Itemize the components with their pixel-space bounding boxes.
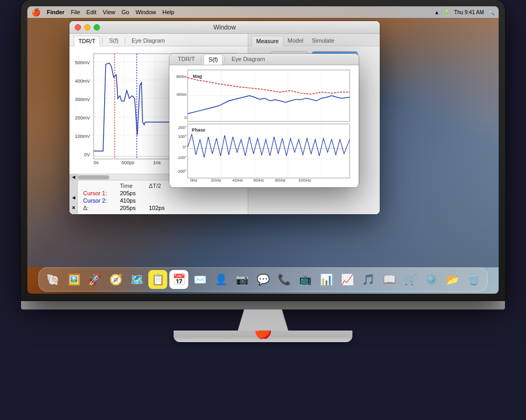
svg-text:2GHz: 2GHz: [211, 178, 221, 183]
svg-text:200°: 200°: [178, 125, 187, 130]
dock-item-tv[interactable]: 📺: [296, 270, 315, 289]
cursor2-label: Cursor 2:: [83, 197, 120, 204]
menu-finder[interactable]: Finder: [47, 9, 65, 15]
svg-text:500ps: 500ps: [122, 160, 135, 165]
sf-separator-2: [225, 56, 225, 62]
dock-item-photos[interactable]: 🖼️: [64, 270, 83, 289]
dock-item-notes[interactable]: 📋: [148, 270, 167, 289]
scroll-left[interactable]: ◀: [69, 174, 78, 180]
dock-item-books[interactable]: 📖: [380, 270, 399, 289]
sf-tab-bar: TDR/T S(f) Eye Diagram: [174, 54, 269, 64]
search-icon[interactable]: 🔍: [488, 9, 494, 15]
tab-separator: [102, 38, 103, 44]
tab-separator-2: [125, 38, 125, 44]
imac-neck: [231, 309, 295, 331]
dock: 🐚 🖼️ 🚀 🧭 🗺️ 📋 📅 ✉️ 👤 📷 💬 📞 📺 📊: [38, 267, 488, 292]
menu-view[interactable]: View: [103, 9, 115, 15]
maximize-button[interactable]: [94, 24, 100, 31]
delta-half: 102ps: [149, 205, 178, 211]
menu-bar-right: ▲ 🔋 Thu 9:41 AM 🔍: [434, 9, 494, 15]
x-icon: ✕: [72, 205, 76, 211]
window-titlebar: Window: [69, 21, 380, 34]
tab-tdr[interactable]: TDR/T: [74, 36, 100, 46]
close-button[interactable]: [75, 24, 81, 31]
svg-text:Phase: Phase: [192, 127, 206, 133]
imac-bottom-bar: [21, 300, 505, 309]
dock-item-contacts[interactable]: 👤: [211, 270, 230, 289]
tab-eye[interactable]: Eye Diagram: [127, 36, 169, 46]
dock-item-messages[interactable]: 💬: [254, 270, 272, 289]
cursor2-row: Cursor 2: 410ps: [83, 197, 244, 204]
svg-text:0: 0: [184, 115, 187, 120]
apple-menu-icon[interactable]: 🍎: [32, 8, 41, 16]
menu-window[interactable]: Window: [136, 9, 156, 15]
dock-item-mail[interactable]: ✉️: [190, 270, 209, 289]
screen-inner: 🍎 Finder File Edit View Go Window Help ▲…: [27, 6, 499, 294]
tab-model[interactable]: Model: [284, 36, 308, 46]
delta-label: Δ:: [83, 205, 120, 211]
time-header: Time: [120, 183, 149, 189]
tab-simulate[interactable]: Simulate: [308, 36, 339, 46]
sf-tab-tdr[interactable]: TDR/T: [174, 54, 199, 64]
sf-window-titlebar: TDR/T S(f) Eye Diagram: [169, 54, 359, 65]
macos-desktop: 🍎 Finder File Edit View Go Window Help ▲…: [27, 6, 499, 294]
svg-text:Mag: Mag: [193, 74, 203, 79]
dock-item-photos2[interactable]: 📷: [232, 270, 251, 289]
menu-help[interactable]: Help: [163, 9, 175, 15]
svg-text:-100°: -100°: [177, 155, 187, 160]
svg-text:200mV: 200mV: [75, 115, 90, 121]
dock-item-finder[interactable]: 🐚: [43, 270, 62, 289]
battery-icon: 🔋: [443, 9, 450, 15]
tab-measure[interactable]: Measure: [251, 36, 284, 46]
imac-base: 🍎: [174, 331, 352, 342]
dock-item-numbers[interactable]: 📊: [317, 270, 336, 289]
clock: Thu 9:41 AM: [454, 9, 484, 15]
cursor2-time: 410ps: [120, 197, 149, 204]
dock-item-settings[interactable]: ⚙️: [422, 270, 441, 289]
tab-sf[interactable]: S(f): [105, 36, 123, 46]
svg-text:8GHz: 8GHz: [275, 178, 286, 183]
sf-chart-svg: 0Hz 2GHz 4GHz 6GHz 8GHz 10GHz 800m 400m: [171, 67, 356, 183]
svg-text:4GHz: 4GHz: [232, 178, 243, 183]
svg-text:100°: 100°: [178, 134, 187, 139]
screen-bezel: 🍎 Finder File Edit View Go Window Help ▲…: [21, 0, 505, 300]
cursor-x-btn[interactable]: ✕: [69, 202, 78, 214]
delta-time: 205ps: [120, 205, 149, 211]
dock-item-files[interactable]: 📂: [443, 270, 462, 289]
menu-go[interactable]: Go: [122, 9, 129, 15]
left-tab-bar: TDR/T S(f) Eye Diagram: [69, 34, 248, 46]
sf-separator: [201, 56, 201, 62]
scroll-thumb[interactable]: [78, 175, 109, 179]
sf-tab-sf[interactable]: S(f): [204, 54, 222, 65]
sf-tab-eye[interactable]: Eye Diagram: [227, 54, 269, 64]
menu-bar-left: 🍎 Finder File Edit View Go Window Help: [32, 8, 174, 16]
dock-item-trash[interactable]: 🗑️: [464, 270, 483, 289]
svg-text:400mV: 400mV: [75, 78, 90, 84]
minimize-button[interactable]: [84, 24, 90, 31]
menu-file[interactable]: File: [71, 9, 80, 15]
cursor1-time: 205ps: [120, 190, 149, 196]
svg-text:0V: 0V: [84, 152, 90, 157]
window-controls: [75, 24, 100, 31]
dock-container: 🐚 🖼️ 🚀 🧭 🗺️ 📋 📅 ✉️ 👤 📷 💬 📞 📺 📊: [27, 261, 499, 294]
delta-row: Δ: 205ps 102ps: [83, 205, 244, 211]
dock-item-music[interactable]: 🎵: [359, 270, 378, 289]
svg-text:300mV: 300mV: [75, 97, 90, 102]
dock-item-stocks[interactable]: 📈: [338, 270, 357, 289]
cursor1-row: Cursor 1: 205ps: [83, 190, 244, 196]
dock-item-calendar[interactable]: 📅: [169, 270, 188, 289]
window-title: Window: [214, 24, 236, 31]
svg-text:0Hz: 0Hz: [190, 178, 198, 183]
dock-item-facetime[interactable]: 📞: [275, 270, 294, 289]
svg-text:0°: 0°: [183, 145, 186, 149]
menu-bar: 🍎 Finder File Edit View Go Window Help ▲…: [27, 6, 499, 18]
svg-text:10GHz: 10GHz: [298, 178, 311, 183]
menu-edit[interactable]: Edit: [86, 9, 96, 15]
svg-text:500mV: 500mV: [75, 60, 90, 65]
dock-item-maps[interactable]: 🗺️: [127, 270, 146, 289]
dock-item-safari[interactable]: 🧭: [106, 270, 125, 289]
dock-item-appstore[interactable]: 🛒: [401, 270, 420, 289]
imac-container: 🍎 Finder File Edit View Go Window Help ▲…: [21, 0, 505, 420]
dock-item-launchpad[interactable]: 🚀: [85, 270, 104, 289]
svg-text:100mV: 100mV: [75, 134, 90, 139]
